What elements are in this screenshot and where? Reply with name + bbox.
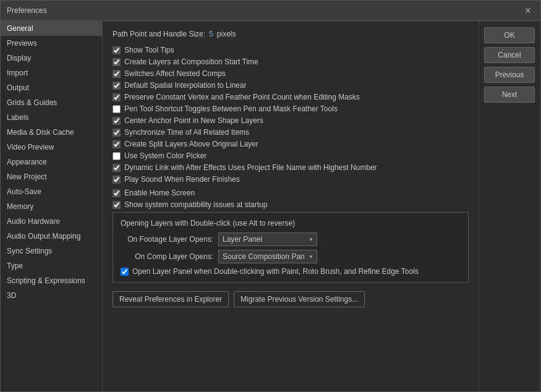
checkbox-row-cb4: Default Spatial Interpolation to Linear (113, 81, 469, 90)
checkbox-label-cb4[interactable]: Default Spatial Interpolation to Linear (124, 81, 246, 90)
checkbox-row-cb10: Use System Color Picker (113, 151, 469, 160)
sidebar-item-previews[interactable]: Previews (1, 36, 102, 51)
next-button[interactable]: Next (484, 87, 535, 103)
paint-checkbox-row: Open Layer Panel when Double-clicking wi… (121, 267, 461, 276)
checkbox-row-cb1: Show Tool Tips (113, 46, 469, 54)
double-click-title: Opening Layers with Double-click (use Al… (121, 219, 461, 228)
comp-select-wrapper: Source Composition PanelLayer Panel (218, 250, 317, 263)
checkbox-cb13[interactable] (113, 189, 121, 197)
preferences-dialog: Preferences ✕ GeneralPreviewsDisplayImpo… (0, 0, 541, 392)
checkbox-cb9[interactable] (113, 140, 121, 148)
sidebar-item-appearance[interactable]: Appearance (1, 155, 102, 169)
checkbox-label-cb11[interactable]: Dynamic Link with After Effects Uses Pro… (124, 163, 377, 172)
main-content: Path Point and Handle Size: 5 pixels Sho… (103, 21, 479, 391)
sidebar-item-sync-settings[interactable]: Sync Settings (1, 244, 102, 258)
checkbox-cb8[interactable] (113, 129, 121, 137)
sidebar-item-audio-output-mapping[interactable]: Audio Output Mapping (1, 229, 102, 244)
footage-select-wrapper: Layer PanelFootage Panel (218, 232, 317, 246)
checkbox-label-cb2[interactable]: Create Layers at Composition Start Time (124, 58, 258, 66)
close-button[interactable]: ✕ (522, 4, 534, 17)
sidebar-item-media---disk-cache[interactable]: Media & Disk Cache (1, 125, 102, 140)
checkbox-label-cb9[interactable]: Create Split Layers Above Original Layer (124, 140, 258, 148)
sidebar-item-labels[interactable]: Labels (1, 110, 102, 125)
checkbox-row-cb2: Create Layers at Composition Start Time (113, 58, 469, 66)
sidebar-item-auto-save[interactable]: Auto-Save (1, 184, 102, 199)
checkbox-label-cb5[interactable]: Preserve Constant Vertex and Feather Poi… (124, 93, 360, 101)
checkbox-row-cb13: Enable Home Screen (113, 189, 469, 197)
path-label: Path Point and Handle Size: (113, 30, 205, 38)
checkbox-row-cb14: Show system compatibility issues at star… (113, 200, 469, 209)
previous-button[interactable]: Previous (484, 67, 535, 83)
checkbox-label-cb14[interactable]: Show system compatibility issues at star… (124, 200, 267, 209)
checkbox-row-cb6: Pen Tool Shortcut Toggles Between Pen an… (113, 104, 469, 113)
checkbox-label-cb8[interactable]: Synchronize Time of All Related Items (124, 128, 249, 137)
checkbox-label-cb3[interactable]: Switches Affect Nested Comps (124, 69, 226, 78)
sidebar: GeneralPreviewsDisplayImportOutputGrids … (1, 21, 103, 391)
sidebar-item-type[interactable]: Type (1, 258, 102, 273)
checkbox-label-cb6[interactable]: Pen Tool Shortcut Toggles Between Pen an… (124, 104, 338, 113)
sidebar-item-output[interactable]: Output (1, 80, 102, 95)
comp-label: On Comp Layer Opens: (121, 252, 213, 261)
checkbox-row-cb3: Switches Affect Nested Comps (113, 69, 469, 78)
checkbox-row-cb5: Preserve Constant Vertex and Feather Poi… (113, 93, 469, 101)
pixels-text: pixels (217, 30, 236, 38)
checkbox-cb5[interactable] (113, 93, 121, 101)
sidebar-item-import[interactable]: Import (1, 66, 102, 80)
sidebar-item-video-preview[interactable]: Video Preview (1, 140, 102, 155)
sidebar-item-general[interactable]: General (1, 21, 102, 36)
checkbox-cb10[interactable] (113, 152, 121, 160)
paint-checkbox-label[interactable]: Open Layer Panel when Double-clicking wi… (132, 267, 419, 276)
dialog-body: GeneralPreviewsDisplayImportOutputGrids … (1, 21, 540, 391)
checkbox-row-cb12: Play Sound When Render Finishes (113, 175, 469, 184)
comp-select[interactable]: Source Composition PanelLayer Panel (218, 250, 317, 263)
checkbox-label-cb13[interactable]: Enable Home Screen (124, 189, 195, 197)
checkbox-cb4[interactable] (113, 82, 121, 90)
cancel-button[interactable]: Cancel (484, 47, 535, 63)
checkbox-cb6[interactable] (113, 105, 121, 113)
checkbox-cb14[interactable] (113, 201, 121, 209)
migrate-settings-button[interactable]: Migrate Previous Version Settings... (234, 291, 365, 307)
paint-checkbox[interactable] (121, 268, 129, 276)
checkbox-row-cb8: Synchronize Time of All Related Items (113, 128, 469, 137)
checkbox-label-cb10[interactable]: Use System Color Picker (124, 151, 207, 160)
comp-layer-row: On Comp Layer Opens: Source Composition … (121, 250, 461, 263)
checkbox-cb1[interactable] (113, 46, 121, 54)
checkbox-row-cb11: Dynamic Link with After Effects Uses Pro… (113, 163, 469, 172)
checkbox-row-cb9: Create Split Layers Above Original Layer (113, 140, 469, 148)
reveal-prefs-button[interactable]: Reveal Preferences in Explorer (113, 291, 229, 307)
sidebar-item-scripting---expressions[interactable]: Scripting & Expressions (1, 273, 102, 288)
checkbox-cb3[interactable] (113, 70, 121, 78)
checkbox-cb2[interactable] (113, 58, 121, 66)
checkbox-row-cb7: Center Anchor Point in New Shape Layers (113, 116, 469, 125)
checkbox-cb12[interactable] (113, 176, 121, 184)
sidebar-item-display[interactable]: Display (1, 51, 102, 66)
sidebar-item-memory[interactable]: Memory (1, 199, 102, 214)
double-click-section: Opening Layers with Double-click (use Al… (113, 212, 469, 283)
checkbox-cb7[interactable] (113, 117, 121, 125)
checkbox-cb11[interactable] (113, 164, 121, 172)
sidebar-item-audio-hardware[interactable]: Audio Hardware (1, 214, 102, 229)
bottom-buttons: Reveal Preferences in Explorer Migrate P… (113, 291, 469, 307)
title-bar: Preferences ✕ (1, 1, 540, 21)
footage-label: On Footage Layer Opens: (121, 235, 213, 244)
footage-layer-row: On Footage Layer Opens: Layer PanelFoota… (121, 232, 461, 246)
checkbox-label-cb12[interactable]: Play Sound When Render Finishes (124, 175, 240, 184)
path-value-link[interactable]: 5 (209, 30, 213, 38)
sidebar-item-grids---guides[interactable]: Grids & Guides (1, 95, 102, 110)
actions-panel: OK Cancel Previous Next (479, 21, 540, 391)
sidebar-item-3d[interactable]: 3D (1, 288, 102, 303)
footage-select[interactable]: Layer PanelFootage Panel (218, 232, 317, 246)
path-point-row: Path Point and Handle Size: 5 pixels (113, 30, 469, 38)
ok-button[interactable]: OK (484, 27, 535, 43)
sidebar-item-new-project[interactable]: New Project (1, 169, 102, 184)
checkbox-label-cb1[interactable]: Show Tool Tips (124, 46, 174, 54)
dialog-title: Preferences (7, 6, 47, 15)
checkbox-label-cb7[interactable]: Center Anchor Point in New Shape Layers (124, 116, 263, 125)
